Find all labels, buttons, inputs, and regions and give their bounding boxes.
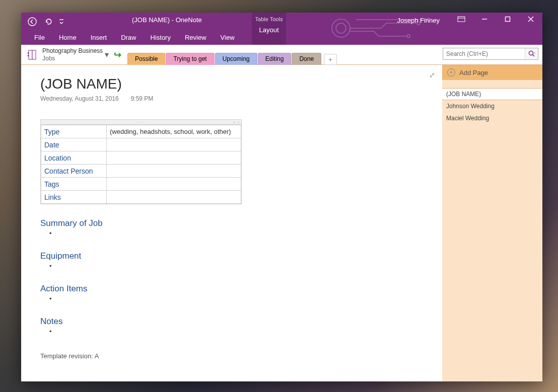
section-group-name: Jobs	[42, 55, 103, 62]
svg-line-18	[532, 55, 534, 57]
svg-point-3	[336, 23, 346, 33]
tab-review[interactable]: Review	[178, 31, 214, 44]
search-icon[interactable]	[525, 48, 538, 59]
tab-view[interactable]: View	[214, 31, 242, 44]
page-timestamp: Wednesday, August 31, 20169:59 PM	[40, 95, 428, 102]
table-row: Type(wedding, headshots, school, work, o…	[41, 125, 241, 138]
tab-home[interactable]: Home	[52, 31, 84, 44]
section-action-items[interactable]: Action Items •	[40, 284, 428, 302]
table-row: Contact Person	[41, 165, 241, 178]
svg-rect-13	[29, 50, 32, 59]
tab-history[interactable]: History	[144, 31, 178, 44]
svg-rect-14	[32, 50, 36, 59]
table-tools-context: Table Tools Layout	[252, 13, 286, 45]
add-page-button[interactable]: + Add Page	[442, 65, 542, 80]
plus-icon: +	[447, 68, 455, 76]
tab-draw[interactable]: Draw	[114, 31, 143, 44]
template-revision: Template revision: A	[40, 352, 428, 360]
fullscreen-icon[interactable]: ⤢	[429, 71, 435, 79]
table-row: Date	[41, 138, 241, 151]
section-tab-editing[interactable]: Editing	[258, 53, 292, 65]
section-tab-upcoming[interactable]: Upcoming	[215, 53, 257, 65]
tab-insert[interactable]: Insert	[84, 31, 114, 44]
notebook-name: Photography Business	[42, 47, 103, 55]
notebook-dropdown-icon[interactable]: ▾	[105, 50, 109, 59]
table-row: Tags	[41, 178, 241, 191]
search-box[interactable]	[443, 48, 538, 60]
section-equipment[interactable]: Equipment •	[40, 251, 428, 270]
notebook-icon[interactable]	[25, 48, 39, 62]
svg-rect-10	[506, 17, 510, 22]
qat-customize[interactable]	[57, 15, 65, 29]
ribbon-display-button[interactable]	[450, 13, 473, 26]
page-item[interactable]: (JOB NAME)	[442, 88, 542, 100]
back-button[interactable]	[25, 15, 39, 29]
tab-file[interactable]: File	[27, 31, 52, 44]
section-notes[interactable]: Notes •	[40, 317, 428, 335]
sync-icon[interactable]: ↩	[114, 49, 121, 60]
search-input[interactable]	[443, 50, 525, 57]
svg-rect-16	[28, 55, 29, 56]
page-item[interactable]: Johnson Wedding	[442, 100, 542, 112]
ribbon-tabs: File Home Insert Draw History Review Vie…	[21, 30, 242, 45]
section-tab-trying[interactable]: Trying to get	[166, 53, 214, 65]
table-tools-label: Table Tools	[252, 13, 286, 22]
section-bar: Photography Business Jobs ▾ ↩ Possible T…	[21, 45, 542, 65]
svg-rect-7	[458, 17, 465, 22]
page-canvas[interactable]: ⤢ (JOB NAME) Wednesday, August 31, 20169…	[21, 65, 442, 381]
section-tabs: Possible Trying to get Upcoming Editing …	[127, 45, 337, 65]
minimize-button[interactable]	[473, 13, 496, 26]
section-tab-done[interactable]: Done	[292, 53, 321, 65]
titlebar: (JOB NAME) - OneNote Table Tools Layout …	[21, 13, 542, 45]
svg-rect-15	[28, 52, 29, 54]
svg-point-0	[28, 18, 36, 26]
page-title[interactable]: (JOB NAME)	[40, 76, 428, 92]
window-title: (JOB NAME) - OneNote	[132, 16, 202, 24]
job-table[interactable]: ····‹ › Type(wedding, headshots, school,…	[40, 119, 242, 204]
user-name[interactable]: Joseph Finney	[397, 14, 440, 24]
tab-layout[interactable]: Layout	[252, 24, 286, 36]
table-row: Location	[41, 151, 241, 165]
undo-button[interactable]	[41, 15, 55, 29]
page-item[interactable]: Maciel Wedding	[442, 112, 542, 124]
close-button[interactable]	[519, 13, 542, 26]
svg-point-17	[529, 51, 533, 55]
table-row: Links	[41, 191, 241, 204]
svg-point-5	[407, 35, 410, 38]
notebook-selector[interactable]: Photography Business Jobs	[42, 47, 103, 62]
section-tab-possible[interactable]: Possible	[127, 53, 165, 65]
maximize-button[interactable]	[496, 13, 519, 26]
table-handle[interactable]: ····‹ ›	[41, 120, 241, 125]
page-list-pane: + Add Page (JOB NAME) Johnson Wedding Ma…	[442, 65, 542, 381]
add-section-button[interactable]: +	[324, 54, 337, 65]
svg-point-2	[332, 19, 350, 37]
section-summary[interactable]: Summary of Job •	[40, 218, 428, 237]
